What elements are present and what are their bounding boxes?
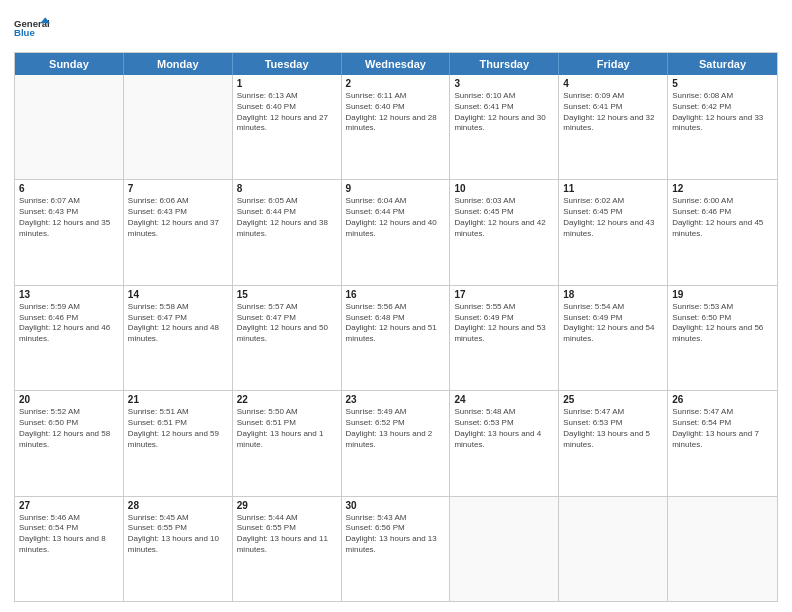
day-info: Sunrise: 5:57 AM Sunset: 6:47 PM Dayligh… [237,302,337,345]
day-info: Sunrise: 6:13 AM Sunset: 6:40 PM Dayligh… [237,91,337,134]
day-number: 3 [454,78,554,89]
day-number: 4 [563,78,663,89]
calendar-row-1: 1Sunrise: 6:13 AM Sunset: 6:40 PM Daylig… [15,75,777,180]
day-info: Sunrise: 5:54 AM Sunset: 6:49 PM Dayligh… [563,302,663,345]
empty-cell [15,75,124,179]
day-info: Sunrise: 5:49 AM Sunset: 6:52 PM Dayligh… [346,407,446,450]
day-info: Sunrise: 5:52 AM Sunset: 6:50 PM Dayligh… [19,407,119,450]
day-number: 11 [563,183,663,194]
day-cell-26: 26Sunrise: 5:47 AM Sunset: 6:54 PM Dayli… [668,391,777,495]
day-number: 14 [128,289,228,300]
day-cell-30: 30Sunrise: 5:43 AM Sunset: 6:56 PM Dayli… [342,497,451,601]
day-info: Sunrise: 5:46 AM Sunset: 6:54 PM Dayligh… [19,513,119,556]
day-cell-16: 16Sunrise: 5:56 AM Sunset: 6:48 PM Dayli… [342,286,451,390]
day-info: Sunrise: 6:05 AM Sunset: 6:44 PM Dayligh… [237,196,337,239]
day-cell-29: 29Sunrise: 5:44 AM Sunset: 6:55 PM Dayli… [233,497,342,601]
empty-cell [124,75,233,179]
day-number: 8 [237,183,337,194]
day-cell-23: 23Sunrise: 5:49 AM Sunset: 6:52 PM Dayli… [342,391,451,495]
day-info: Sunrise: 5:44 AM Sunset: 6:55 PM Dayligh… [237,513,337,556]
calendar: SundayMondayTuesdayWednesdayThursdayFrid… [14,52,778,602]
day-cell-1: 1Sunrise: 6:13 AM Sunset: 6:40 PM Daylig… [233,75,342,179]
day-number: 22 [237,394,337,405]
calendar-body: 1Sunrise: 6:13 AM Sunset: 6:40 PM Daylig… [15,75,777,601]
day-cell-6: 6Sunrise: 6:07 AM Sunset: 6:43 PM Daylig… [15,180,124,284]
weekday-header-wednesday: Wednesday [342,53,451,75]
day-number: 10 [454,183,554,194]
day-cell-2: 2Sunrise: 6:11 AM Sunset: 6:40 PM Daylig… [342,75,451,179]
day-info: Sunrise: 6:10 AM Sunset: 6:41 PM Dayligh… [454,91,554,134]
day-cell-21: 21Sunrise: 5:51 AM Sunset: 6:51 PM Dayli… [124,391,233,495]
header: General Blue [14,10,778,46]
day-number: 2 [346,78,446,89]
day-cell-19: 19Sunrise: 5:53 AM Sunset: 6:50 PM Dayli… [668,286,777,390]
day-info: Sunrise: 5:47 AM Sunset: 6:54 PM Dayligh… [672,407,773,450]
day-number: 17 [454,289,554,300]
day-info: Sunrise: 5:43 AM Sunset: 6:56 PM Dayligh… [346,513,446,556]
empty-cell [668,497,777,601]
day-info: Sunrise: 5:55 AM Sunset: 6:49 PM Dayligh… [454,302,554,345]
day-number: 16 [346,289,446,300]
calendar-row-4: 20Sunrise: 5:52 AM Sunset: 6:50 PM Dayli… [15,391,777,496]
day-cell-5: 5Sunrise: 6:08 AM Sunset: 6:42 PM Daylig… [668,75,777,179]
day-number: 18 [563,289,663,300]
day-info: Sunrise: 6:08 AM Sunset: 6:42 PM Dayligh… [672,91,773,134]
logo: General Blue [14,10,50,46]
day-number: 24 [454,394,554,405]
day-cell-24: 24Sunrise: 5:48 AM Sunset: 6:53 PM Dayli… [450,391,559,495]
day-cell-13: 13Sunrise: 5:59 AM Sunset: 6:46 PM Dayli… [15,286,124,390]
day-cell-9: 9Sunrise: 6:04 AM Sunset: 6:44 PM Daylig… [342,180,451,284]
day-number: 1 [237,78,337,89]
day-cell-15: 15Sunrise: 5:57 AM Sunset: 6:47 PM Dayli… [233,286,342,390]
day-number: 25 [563,394,663,405]
weekday-header-tuesday: Tuesday [233,53,342,75]
day-cell-11: 11Sunrise: 6:02 AM Sunset: 6:45 PM Dayli… [559,180,668,284]
day-cell-25: 25Sunrise: 5:47 AM Sunset: 6:53 PM Dayli… [559,391,668,495]
day-info: Sunrise: 6:09 AM Sunset: 6:41 PM Dayligh… [563,91,663,134]
logo-svg: General Blue [14,10,50,46]
weekday-header-sunday: Sunday [15,53,124,75]
day-info: Sunrise: 5:53 AM Sunset: 6:50 PM Dayligh… [672,302,773,345]
day-cell-10: 10Sunrise: 6:03 AM Sunset: 6:45 PM Dayli… [450,180,559,284]
day-info: Sunrise: 5:47 AM Sunset: 6:53 PM Dayligh… [563,407,663,450]
day-cell-3: 3Sunrise: 6:10 AM Sunset: 6:41 PM Daylig… [450,75,559,179]
day-cell-18: 18Sunrise: 5:54 AM Sunset: 6:49 PM Dayli… [559,286,668,390]
day-number: 19 [672,289,773,300]
day-cell-14: 14Sunrise: 5:58 AM Sunset: 6:47 PM Dayli… [124,286,233,390]
calendar-header-row: SundayMondayTuesdayWednesdayThursdayFrid… [15,53,777,75]
day-info: Sunrise: 5:50 AM Sunset: 6:51 PM Dayligh… [237,407,337,450]
calendar-row-5: 27Sunrise: 5:46 AM Sunset: 6:54 PM Dayli… [15,497,777,601]
day-cell-28: 28Sunrise: 5:45 AM Sunset: 6:55 PM Dayli… [124,497,233,601]
day-cell-22: 22Sunrise: 5:50 AM Sunset: 6:51 PM Dayli… [233,391,342,495]
day-info: Sunrise: 6:02 AM Sunset: 6:45 PM Dayligh… [563,196,663,239]
page: General Blue SundayMondayTuesdayWednesda… [0,0,792,612]
day-cell-20: 20Sunrise: 5:52 AM Sunset: 6:50 PM Dayli… [15,391,124,495]
day-number: 28 [128,500,228,511]
day-cell-4: 4Sunrise: 6:09 AM Sunset: 6:41 PM Daylig… [559,75,668,179]
day-number: 12 [672,183,773,194]
day-number: 21 [128,394,228,405]
calendar-row-3: 13Sunrise: 5:59 AM Sunset: 6:46 PM Dayli… [15,286,777,391]
day-info: Sunrise: 5:48 AM Sunset: 6:53 PM Dayligh… [454,407,554,450]
day-cell-17: 17Sunrise: 5:55 AM Sunset: 6:49 PM Dayli… [450,286,559,390]
weekday-header-saturday: Saturday [668,53,777,75]
day-number: 29 [237,500,337,511]
day-number: 20 [19,394,119,405]
day-number: 15 [237,289,337,300]
day-info: Sunrise: 6:04 AM Sunset: 6:44 PM Dayligh… [346,196,446,239]
day-info: Sunrise: 5:45 AM Sunset: 6:55 PM Dayligh… [128,513,228,556]
day-number: 26 [672,394,773,405]
empty-cell [559,497,668,601]
day-info: Sunrise: 5:51 AM Sunset: 6:51 PM Dayligh… [128,407,228,450]
calendar-row-2: 6Sunrise: 6:07 AM Sunset: 6:43 PM Daylig… [15,180,777,285]
day-cell-7: 7Sunrise: 6:06 AM Sunset: 6:43 PM Daylig… [124,180,233,284]
day-number: 5 [672,78,773,89]
weekday-header-thursday: Thursday [450,53,559,75]
day-info: Sunrise: 5:58 AM Sunset: 6:47 PM Dayligh… [128,302,228,345]
empty-cell [450,497,559,601]
day-info: Sunrise: 5:56 AM Sunset: 6:48 PM Dayligh… [346,302,446,345]
day-info: Sunrise: 6:07 AM Sunset: 6:43 PM Dayligh… [19,196,119,239]
day-number: 30 [346,500,446,511]
day-info: Sunrise: 6:03 AM Sunset: 6:45 PM Dayligh… [454,196,554,239]
day-number: 9 [346,183,446,194]
